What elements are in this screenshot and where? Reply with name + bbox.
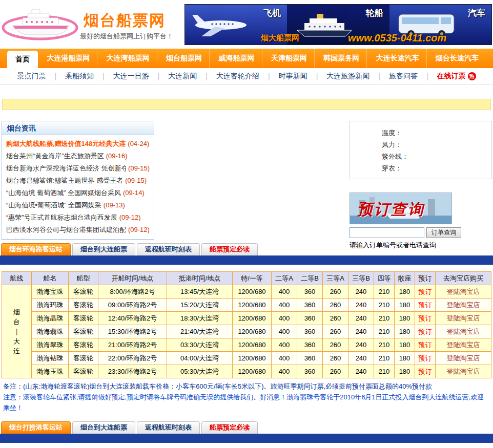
order-query-button[interactable]: 订单查询 bbox=[426, 227, 461, 238]
taobao-store-link[interactable]: 登陆淘宝店 bbox=[447, 354, 480, 362]
sub-nav-item[interactable]: 旅客问答 bbox=[380, 72, 426, 81]
news-link[interactable]: 购烟大航线船票,赠送价值148元经典大连 bbox=[6, 138, 126, 150]
site-header: 烟台船票网 最好的烟台船票网上订购平台！ 飞机 bbox=[0, 0, 493, 49]
station-tab[interactable]: 船票预定必读 bbox=[201, 421, 258, 434]
book-link[interactable]: 预订 bbox=[419, 368, 432, 375]
news-link[interactable]: 烟台莱州“黄金海岸”生态旅游景区 bbox=[6, 150, 104, 162]
cell: 1200/680 bbox=[233, 298, 272, 312]
station-tab[interactable]: 烟台到大连船票 bbox=[72, 243, 135, 255]
taobao-store-link[interactable]: 登陆淘宝店 bbox=[447, 341, 480, 349]
sub-nav-item[interactable]: 大连客轮介绍 bbox=[208, 72, 268, 81]
main-nav-item[interactable]: 首页 bbox=[7, 51, 38, 68]
table-row: 渤海翠珠客滚轮21:00/环海路2号03:30/大连湾1200/68040036… bbox=[2, 338, 491, 352]
airplane-icon bbox=[189, 10, 256, 41]
taobao-store-link[interactable]: 登陆淘宝店 bbox=[447, 301, 480, 309]
book-cell: 预订 bbox=[415, 285, 436, 298]
route-char: 大 bbox=[3, 336, 30, 346]
taobao-store-link[interactable]: 登陆淘宝店 bbox=[447, 328, 480, 335]
taobao-cell: 登陆淘宝店 bbox=[436, 285, 491, 298]
main-nav-item[interactable]: 烟台长途汽车 bbox=[428, 49, 486, 68]
cell: 400 bbox=[272, 365, 297, 378]
sub-nav-item[interactable]: 时事新闻 bbox=[270, 72, 316, 81]
sub-nav-item[interactable]: 大连一日游 bbox=[105, 72, 158, 81]
sub-nav-item[interactable]: 乘船须知 bbox=[56, 72, 102, 81]
main-nav-item[interactable]: 大连港船票网 bbox=[39, 49, 97, 68]
route-char: 台 bbox=[3, 317, 30, 327]
cell: 04:00/大连湾 bbox=[167, 352, 233, 365]
news-link[interactable]: 烟台港… bbox=[6, 236, 33, 240]
station-tab[interactable]: 烟台到大连船票 bbox=[72, 421, 135, 434]
news-link[interactable]: “惠荣”号正式首航标志烟台港向西发展 bbox=[6, 211, 117, 224]
table-row: 渤海翡珠客滚轮15:30/环海路2号21:40/大连湾1200/68040036… bbox=[2, 325, 491, 338]
cell: 360 bbox=[297, 338, 323, 352]
station-tab-active[interactable]: 烟台环海路客运站 bbox=[1, 243, 71, 255]
book-cell: 预订 bbox=[415, 338, 436, 352]
news-link[interactable]: 烟台新海水产深挖海洋蓝色经济 凭创新夺 bbox=[6, 162, 126, 175]
booking-form: 订单查询 bbox=[350, 227, 492, 238]
cell: 240 bbox=[348, 285, 374, 298]
news-link[interactable]: 巴西淡水河谷公司与烟台港集团试建泊配 bbox=[6, 224, 126, 236]
taobao-store-link[interactable]: 登陆淘宝店 bbox=[447, 368, 480, 375]
cell: 210 bbox=[374, 298, 395, 312]
promo-banner[interactable]: 飞机 轮船 bbox=[184, 4, 492, 45]
main-nav-item[interactable]: 大连长途汽车 bbox=[369, 49, 427, 68]
station-tab-active[interactable]: 烟台打捞港客运站 bbox=[1, 421, 71, 434]
cell: 360 bbox=[297, 312, 323, 325]
cell: 客滚轮 bbox=[69, 352, 98, 365]
main-nav-item[interactable]: 威海船票网 bbox=[212, 49, 262, 68]
station-tab[interactable]: 船票预定必读 bbox=[201, 243, 258, 255]
station-tab[interactable]: 返程航班时刻表 bbox=[137, 421, 200, 434]
taobao-cell: 登陆淘宝店 bbox=[436, 352, 491, 365]
main-nav-item[interactable]: 韩国票务网 bbox=[316, 49, 367, 68]
book-link[interactable]: 预订 bbox=[419, 328, 432, 335]
book-cell: 预订 bbox=[415, 352, 436, 365]
booking-query-image: 预订查询 bbox=[350, 193, 452, 224]
order-number-input[interactable] bbox=[350, 227, 424, 238]
main-nav-item[interactable]: 大连湾船票网 bbox=[99, 49, 157, 68]
column-header: 三等B bbox=[348, 272, 374, 285]
cell: 240 bbox=[348, 298, 374, 312]
book-link[interactable]: 预订 bbox=[419, 314, 432, 322]
weather-label: 温度： bbox=[382, 127, 491, 139]
news-link[interactable]: 烟台海昌鲸鲨馆:鲸鲨主题世界 感受王者 bbox=[6, 175, 123, 187]
cell: 240 bbox=[348, 352, 374, 365]
main-nav-item[interactable]: 烟台船票网 bbox=[159, 49, 210, 68]
news-date: (09-15) bbox=[125, 175, 147, 187]
sub-nav-item[interactable]: 景点门票 bbox=[8, 72, 54, 81]
weather-box: 温度：风力：紫外线：穿衣： bbox=[350, 121, 492, 179]
cell: 360 bbox=[297, 298, 323, 312]
book-link[interactable]: 预订 bbox=[419, 354, 432, 362]
sub-nav-item[interactable]: 大连新闻 bbox=[159, 72, 206, 81]
cell: 260 bbox=[323, 365, 348, 378]
content-row: 烟台资讯 购烟大航线船票,赠送价值148元经典大连(04-24)烟台莱州“黄金海… bbox=[0, 121, 493, 241]
news-item: “山海仙境•葡萄酒城” 全国网媒采(09-13) bbox=[6, 199, 150, 211]
cell: 21:00/环海路2号 bbox=[98, 338, 167, 352]
book-link[interactable]: 预订 bbox=[419, 301, 432, 309]
cell: 400 bbox=[272, 312, 297, 325]
table-row: 渤海玉珠客滚轮23:30/环海路2号05:30/大连湾1200/68040036… bbox=[2, 365, 491, 378]
note-notice: 注意：滚装客轮车位紧张,请提前做好预定,预定时请将车牌号码准确无误的提供给我们。… bbox=[3, 392, 490, 413]
book-link[interactable]: 预订 bbox=[419, 341, 432, 349]
cell: 180 bbox=[395, 298, 415, 312]
cell: 210 bbox=[374, 312, 395, 325]
news-link[interactable]: “山海仙境•葡萄酒城” 全国网媒采 bbox=[6, 199, 101, 211]
news-item: 巴西淡水河谷公司与烟台港集团试建泊配(09-12) bbox=[6, 224, 150, 236]
taobao-store-link[interactable]: 登陆淘宝店 bbox=[447, 288, 480, 295]
sub-nav-item-online-booking[interactable]: 在线订票热 bbox=[428, 72, 485, 81]
cell: 180 bbox=[395, 325, 415, 338]
cell: 8:00/环海路2号 bbox=[98, 285, 167, 298]
sub-nav: 景点门票|乘船须知|大连一日游|大连新闻|大连客轮介绍|时事新闻|大连旅游新闻|… bbox=[0, 68, 493, 85]
site-subtitle: 最好的烟台船票网上订购平台！ bbox=[80, 32, 173, 41]
main-nav-item[interactable]: 天津船票网 bbox=[264, 49, 315, 68]
station-tab[interactable]: 返程航班时刻表 bbox=[137, 243, 200, 255]
book-link[interactable]: 预订 bbox=[419, 288, 432, 295]
sub-nav-item[interactable]: 大连旅游新闻 bbox=[318, 72, 378, 81]
banner-brand-text: 烟大船票网 bbox=[261, 33, 299, 43]
cell: 渤海翠珠 bbox=[32, 338, 69, 352]
bus-label: 汽车 bbox=[468, 7, 485, 19]
news-link[interactable]: “山海仙境 葡萄酒城” 全国网媒烟台采风 bbox=[6, 187, 121, 199]
cell: 360 bbox=[297, 365, 323, 378]
news-box-title: 烟台资讯 bbox=[2, 121, 154, 135]
taobao-store-link[interactable]: 登陆淘宝店 bbox=[447, 314, 480, 322]
column-header: 特/一等 bbox=[233, 272, 272, 285]
